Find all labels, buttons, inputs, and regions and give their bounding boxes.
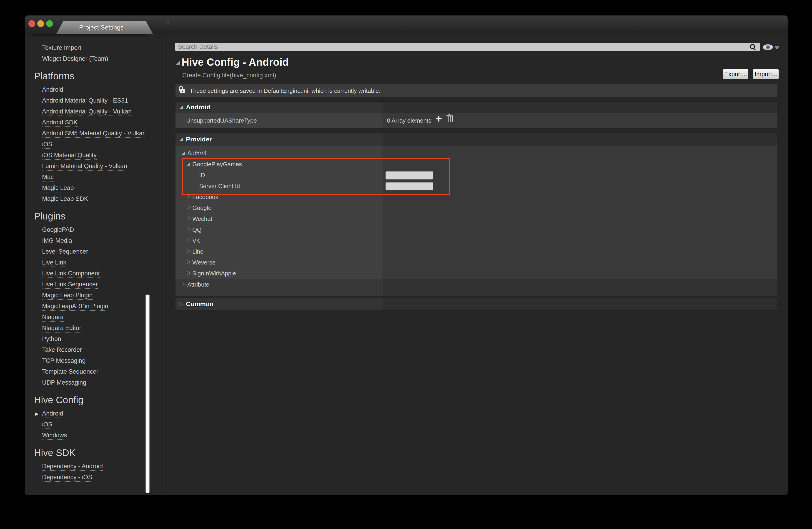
category-header-common[interactable]: ▷ Common	[175, 298, 778, 310]
row-name-cell: ▷Wechat	[175, 213, 383, 224]
sidebar-item-android-material-quality-es31[interactable]: Android Material Quality - ES31	[25, 96, 145, 106]
expanded-triangle-icon[interactable]	[179, 137, 183, 141]
sidebar-item-android-sm5-material-quality-vulkan[interactable]: Android SM5 Material Quality - Vulkan	[25, 128, 145, 139]
row-name-cell: GooglePlayGames	[175, 159, 383, 170]
row-name-cell: ▷VK	[175, 235, 383, 246]
sidebar-item-live-link[interactable]: Live Link	[25, 257, 145, 268]
sidebar-item-label: Magic Leap Plugin	[42, 292, 92, 300]
sidebar-item-texture-import[interactable]: Texture Import	[25, 43, 145, 54]
server-client-id-input[interactable]	[386, 182, 433, 190]
row-name-cell: ▷Google	[175, 202, 383, 213]
sidebar-item-ios-material-quality[interactable]: iOS Material Quality	[25, 150, 145, 161]
sidebar-item-template-sequencer[interactable]: Template Sequencer	[25, 367, 145, 377]
titlebar[interactable]: Project Settings x	[25, 15, 788, 34]
sidebar-item-widget-designer-team[interactable]: Widget Designer (Team)	[25, 54, 145, 65]
sidebar-item-live-link-component[interactable]: Live Link Component	[25, 268, 145, 279]
category-label: Provider	[186, 136, 212, 143]
sidebar-item-take-recorder[interactable]: Take Recorder	[25, 345, 145, 356]
zoom-window-button[interactable]	[46, 20, 53, 27]
row-value-cell	[383, 246, 778, 257]
collapsed-triangle-icon[interactable]: ▷	[182, 281, 186, 287]
sidebar-item-android[interactable]: Android	[25, 85, 145, 96]
row-value-cell	[383, 235, 778, 246]
create-config-file-link[interactable]: Create Config file(hive_config.xml)	[182, 72, 276, 79]
sidebar-item-label: UDP Messaging	[42, 379, 86, 387]
sidebar-scrollbar-thumb[interactable]	[146, 295, 149, 492]
minimize-window-button[interactable]	[37, 20, 44, 27]
sidebar-item-magicleaparpin-plugin[interactable]: MagicLeapARPin Plugin	[25, 301, 145, 312]
sidebar-item-mac[interactable]: Mac	[25, 172, 145, 183]
view-options-dropdown-caret[interactable]	[774, 46, 780, 49]
sidebar-item-tcp-messaging[interactable]: TCP Messaging	[25, 356, 145, 367]
provider-row-vk: ▷VK	[175, 235, 778, 246]
collapsed-triangle-icon[interactable]: ▷	[187, 259, 191, 265]
tab-project-settings[interactable]: Project Settings	[56, 22, 153, 34]
unlocked-padlock-icon	[180, 89, 185, 93]
sidebar-item-android-sdk[interactable]: Android SDK	[25, 117, 145, 128]
provider-row-wechat: ▷Wechat	[175, 213, 778, 224]
view-options-eye-icon[interactable]	[763, 44, 773, 50]
section-common: ▷ Common	[175, 298, 778, 310]
sidebar-item-niagara-editor[interactable]: Niagara Editor	[25, 323, 145, 334]
sidebar-item-magic-leap-sdk[interactable]: Magic Leap SDK	[25, 194, 145, 205]
close-window-button[interactable]	[28, 20, 35, 27]
sidebar-item-python[interactable]: Python	[25, 334, 145, 345]
sidebar-item-magic-leap-plugin[interactable]: Magic Leap Plugin	[25, 290, 145, 301]
expanded-triangle-icon[interactable]	[179, 105, 183, 109]
sidebar-item-img-media[interactable]: IMG Media	[25, 235, 145, 246]
sidebar-item-label: Niagara	[42, 314, 64, 321]
project-settings-window: Project Settings x Texture ImportWidget …	[25, 15, 788, 495]
collapsed-triangle-icon[interactable]: ▷	[187, 204, 191, 210]
sidebar-item-label: GooglePAD	[42, 226, 74, 234]
category-header-provider-left: Provider	[175, 133, 383, 145]
category-header-common-left: ▷ Common	[175, 298, 383, 310]
category-header-provider[interactable]: Provider	[175, 133, 778, 145]
row-name-cell: ▷SignInWithApple	[175, 268, 383, 279]
sidebar-top-shadow	[32, 34, 146, 37]
sidebar-item-magic-leap[interactable]: Magic Leap	[25, 183, 145, 194]
collapsed-triangle-icon[interactable]: ▷	[187, 215, 191, 221]
sidebar-main-divider	[162, 34, 163, 495]
page-title-expander-icon[interactable]	[176, 60, 180, 65]
import-button[interactable]: Import...	[753, 69, 779, 80]
tree-arrow-icon[interactable]: ▶	[35, 409, 39, 419]
collapsed-triangle-icon[interactable]: ▷	[179, 301, 183, 307]
sidebar-item-label: Take Recorder	[42, 346, 82, 354]
tab-title: Project Settings	[79, 24, 124, 31]
sidebar-item-live-link-sequencer[interactable]: Live Link Sequencer	[25, 279, 145, 290]
sidebar-item-level-sequencer[interactable]: Level Sequencer	[25, 246, 145, 257]
sidebar-item-niagara[interactable]: Niagara	[25, 312, 145, 323]
expanded-triangle-icon[interactable]	[182, 152, 185, 155]
category-header-android[interactable]: Android	[175, 102, 778, 113]
collapsed-triangle-icon[interactable]: ▷	[187, 248, 191, 254]
delete-array-icon[interactable]	[447, 116, 453, 123]
sidebar-item-android[interactable]: ▶Android	[25, 409, 145, 419]
collapsed-triangle-icon[interactable]: ▷	[187, 193, 191, 199]
sidebar-item-ios[interactable]: iOS	[25, 419, 145, 430]
collapsed-triangle-icon[interactable]: ▷	[187, 237, 191, 243]
collapsed-triangle-icon[interactable]: ▷	[187, 226, 191, 232]
sidebar-item-windows[interactable]: Windows	[25, 430, 145, 441]
row-name-cell: ▷Facebook	[175, 191, 383, 202]
sidebar-item-android-material-quality-vulkan[interactable]: Android Material Quality - Vulkan	[25, 106, 145, 117]
sidebar-item-dependency-ios[interactable]: Dependency - iOS	[25, 472, 145, 483]
id-input[interactable]	[386, 171, 433, 180]
tab-close-icon[interactable]: x	[166, 19, 169, 25]
export-button[interactable]: Export...	[723, 69, 748, 80]
sidebar-item-udp-messaging[interactable]: UDP Messaging	[25, 377, 145, 388]
expanded-triangle-icon[interactable]	[187, 162, 190, 166]
sidebar-item-label: iOS Material Quality	[42, 152, 97, 160]
sidebar-item-googlepad[interactable]: GooglePAD	[25, 225, 145, 235]
row-name-cell: ▷Line	[175, 246, 383, 257]
collapsed-triangle-icon[interactable]: ▷	[187, 270, 191, 276]
sidebar-item-dependency-android[interactable]: Dependency - Android	[25, 461, 145, 472]
sidebar-item-ios[interactable]: iOS	[25, 139, 145, 150]
sidebar-item-lumin-material-quality-vulkan[interactable]: Lumin Material Quality - Vulkan	[25, 161, 145, 172]
eye-iris	[766, 45, 770, 49]
search-input[interactable]	[175, 43, 746, 51]
sidebar-item-label: Lumin Material Quality - Vulkan	[42, 162, 127, 171]
provider-tail-row	[175, 290, 778, 296]
add-array-element-icon[interactable]	[436, 116, 442, 122]
sidebar-list: Texture ImportWidget Designer (Team)Plat…	[25, 34, 145, 483]
category-label: Android	[186, 104, 210, 111]
